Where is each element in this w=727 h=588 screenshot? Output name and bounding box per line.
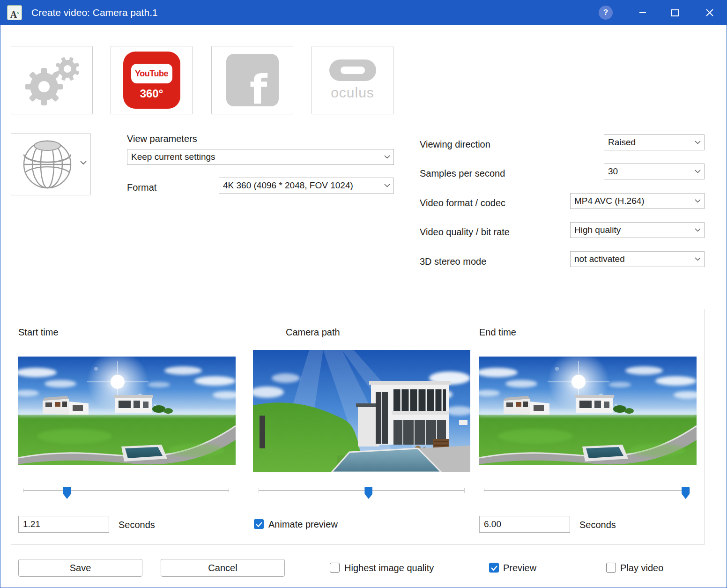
titlebar: As Create video: Camera path.1 ? xyxy=(0,0,727,25)
maximize-icon xyxy=(671,9,679,16)
end-seconds-label: Seconds xyxy=(579,520,616,530)
chevron-down-icon xyxy=(80,161,87,165)
youtube-icon: YouTube 360° xyxy=(123,52,180,109)
facebook-icon: f xyxy=(226,54,279,106)
facebook-f-letter: f xyxy=(250,66,267,106)
video-quality-label: Video quality / bit rate xyxy=(420,227,510,238)
format-value: 4K 360 (4096 * 2048, FOV 1024) xyxy=(219,180,384,191)
youtube-wordmark: YouTube xyxy=(131,64,172,83)
camera-path-slider-thumb[interactable] xyxy=(364,487,372,499)
format-label: Format xyxy=(127,182,156,193)
close-button[interactable] xyxy=(697,0,723,25)
chevron-down-icon xyxy=(695,141,701,144)
viewing-direction-label: Viewing direction xyxy=(420,139,490,150)
format-select[interactable]: 4K 360 (4096 * 2048, FOV 1024) xyxy=(219,178,394,194)
app-icon: As xyxy=(7,5,22,20)
stereo-mode-label: 3D stereo mode xyxy=(420,256,486,267)
slider-track[interactable] xyxy=(259,490,465,491)
camera-path-preview-image xyxy=(253,350,470,472)
minimize-button[interactable] xyxy=(631,0,654,25)
end-time-preview-image xyxy=(479,357,697,465)
animate-preview-checkbox[interactable] xyxy=(254,519,264,529)
camera-path-slider[interactable] xyxy=(259,486,465,500)
maximize-button[interactable] xyxy=(663,0,687,25)
viewing-direction-value: Raised xyxy=(604,137,695,148)
start-time-slider-thumb[interactable] xyxy=(63,487,71,499)
video-format-select[interactable]: MP4 AVC (H.264) xyxy=(570,193,705,209)
chevron-down-icon xyxy=(384,155,390,159)
youtube-360-label: 360° xyxy=(123,87,180,100)
slider-tick xyxy=(464,488,465,493)
facebook-button[interactable]: f xyxy=(211,46,293,114)
oculus-icon: oculus xyxy=(329,60,376,101)
view-parameters-value: Keep current settings xyxy=(127,152,384,162)
start-time-preview-image xyxy=(18,357,236,465)
oculus-label: oculus xyxy=(331,85,374,101)
viewing-direction-select[interactable]: Raised xyxy=(604,134,705,150)
samples-per-second-value: 30 xyxy=(604,166,695,177)
minimize-icon xyxy=(639,12,646,14)
highest-image-quality-checkbox[interactable] xyxy=(330,563,340,573)
window-title: Create video: Camera path.1 xyxy=(31,0,158,25)
projection-mode-button[interactable] xyxy=(11,133,91,195)
preview-label: Preview xyxy=(503,563,536,573)
video-format-value: MP4 AVC (H.264) xyxy=(571,196,695,206)
end-time-slider[interactable] xyxy=(484,486,690,500)
help-button[interactable]: ? xyxy=(599,6,613,20)
animate-preview-label: Animate preview xyxy=(268,519,338,530)
youtube-360-button[interactable]: YouTube 360° xyxy=(111,46,193,114)
chevron-down-icon xyxy=(695,199,701,203)
save-button[interactable]: Save xyxy=(18,559,142,577)
stereo-mode-value: not activated xyxy=(571,254,695,264)
close-icon xyxy=(705,8,714,17)
play-video-label: Play video xyxy=(620,563,663,573)
view-parameters-select[interactable]: Keep current settings xyxy=(127,149,394,165)
slider-tick xyxy=(484,488,484,493)
start-seconds-label: Seconds xyxy=(119,520,155,530)
settings-button[interactable] xyxy=(11,46,93,114)
play-video-checkbox[interactable] xyxy=(606,563,616,573)
view-parameters-label: View parameters xyxy=(127,134,197,144)
slider-tick xyxy=(259,488,259,493)
video-format-label: Video format / codec xyxy=(420,198,505,208)
start-time-slider[interactable] xyxy=(23,486,229,500)
slider-track[interactable] xyxy=(484,490,690,491)
cancel-button[interactable]: Cancel xyxy=(161,559,285,577)
gears-icon xyxy=(17,52,87,108)
oculus-lens-icon xyxy=(329,60,376,81)
slider-track[interactable] xyxy=(23,490,229,491)
chevron-down-icon xyxy=(384,184,390,187)
video-quality-select[interactable]: High quality xyxy=(570,222,705,238)
start-time-label: Start time xyxy=(18,327,59,338)
camera-path-label: Camera path xyxy=(286,327,340,338)
samples-per-second-label: Samples per second xyxy=(420,168,505,179)
samples-per-second-select[interactable]: 30 xyxy=(604,164,705,179)
globe-icon xyxy=(22,139,73,190)
start-seconds-input[interactable] xyxy=(18,516,109,533)
slider-tick xyxy=(23,488,23,493)
end-seconds-input[interactable] xyxy=(479,516,570,533)
stereo-mode-select[interactable]: not activated xyxy=(570,251,705,267)
chevron-down-icon xyxy=(695,228,701,232)
preview-checkbox[interactable] xyxy=(489,563,499,573)
oculus-button[interactable]: oculus xyxy=(312,46,393,114)
check-icon xyxy=(255,521,263,528)
end-time-slider-thumb[interactable] xyxy=(682,487,690,499)
chevron-down-icon xyxy=(695,257,701,261)
video-quality-value: High quality xyxy=(571,225,695,235)
create-video-dialog: As Create video: Camera path.1 ? xyxy=(0,0,727,588)
check-icon xyxy=(490,564,498,572)
end-time-label: End time xyxy=(479,327,516,338)
chevron-down-icon xyxy=(695,170,701,173)
highest-image-quality-label: Highest image quality xyxy=(344,563,434,573)
slider-tick xyxy=(229,488,229,493)
